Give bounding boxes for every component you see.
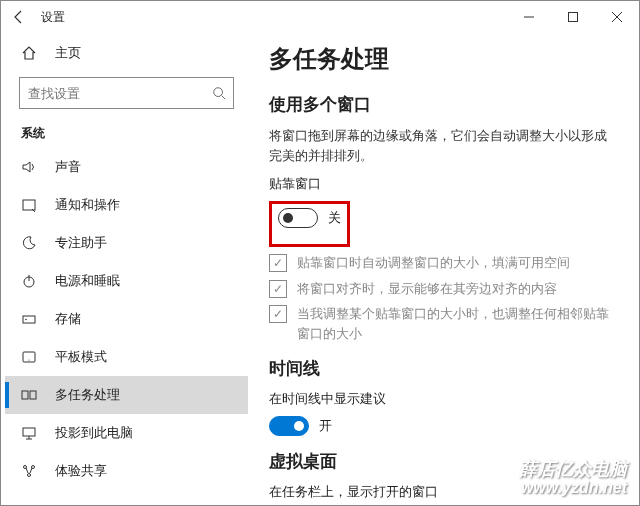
storage-icon <box>21 311 37 327</box>
checkbox-icon: ✓ <box>269 254 287 272</box>
snap-option-2[interactable]: ✓ 将窗口对齐时，显示能够在其旁边对齐的内容 <box>269 279 611 299</box>
svg-rect-1 <box>569 13 578 22</box>
search-box[interactable] <box>19 77 234 109</box>
home-link[interactable]: 主页 <box>5 33 248 73</box>
checkbox-icon: ✓ <box>269 305 287 323</box>
svg-point-18 <box>28 474 31 477</box>
highlight-box: 关 <box>269 201 350 247</box>
svg-point-10 <box>25 319 27 321</box>
svg-rect-15 <box>23 428 35 436</box>
snap-option-3-label: 当我调整某个贴靠窗口的大小时，也调整任何相邻贴靠窗口的大小 <box>297 304 611 343</box>
svg-line-5 <box>221 96 225 100</box>
page-title: 多任务处理 <box>269 43 611 75</box>
search-input[interactable] <box>20 86 204 101</box>
nav-notifications[interactable]: 通知和操作 <box>5 186 248 224</box>
snap-toggle[interactable] <box>278 208 318 228</box>
timeline-toggle[interactable] <box>269 416 309 436</box>
snap-option-1-label: 贴靠窗口时自动调整窗口的大小，填满可用空间 <box>297 253 570 273</box>
nav-label: 电源和睡眠 <box>55 272 120 290</box>
nav-tablet[interactable]: 平板模式 <box>5 338 248 376</box>
nav-label: 体验共享 <box>55 462 107 480</box>
notifications-icon <box>21 197 37 213</box>
nav-multitasking[interactable]: 多任务处理 <box>5 376 248 414</box>
category-label: 系统 <box>5 119 248 148</box>
nav-label: 存储 <box>55 310 81 328</box>
nav-storage[interactable]: 存储 <box>5 300 248 338</box>
moon-icon <box>21 235 37 251</box>
nav-label: 通知和操作 <box>55 196 120 214</box>
timeline-toggle-state: 开 <box>319 417 332 435</box>
snap-heading: 使用多个窗口 <box>269 93 611 116</box>
content-pane: 多任务处理 使用多个窗口 将窗口拖到屏幕的边缘或角落，它们会自动调整大小以形成完… <box>249 33 639 505</box>
shared-icon <box>21 463 37 479</box>
snap-option-1[interactable]: ✓ 贴靠窗口时自动调整窗口的大小，填满可用空间 <box>269 253 611 273</box>
watermark-line1: 薛店亿众电脑 <box>519 460 627 480</box>
tablet-icon <box>21 349 37 365</box>
snap-toggle-label: 贴靠窗口 <box>269 175 611 193</box>
power-icon <box>21 273 37 289</box>
home-icon <box>21 45 37 61</box>
snap-toggle-state: 关 <box>328 209 341 227</box>
nav-label: 投影到此电脑 <box>55 424 133 442</box>
svg-rect-13 <box>22 391 28 399</box>
svg-point-4 <box>213 88 222 97</box>
minimize-button[interactable] <box>507 1 551 33</box>
snap-option-3[interactable]: ✓ 当我调整某个贴靠窗口的大小时，也调整任何相邻贴靠窗口的大小 <box>269 304 611 343</box>
svg-rect-6 <box>23 200 35 210</box>
back-button[interactable] <box>1 9 37 25</box>
home-label: 主页 <box>55 44 81 62</box>
checkbox-icon: ✓ <box>269 280 287 298</box>
projecting-icon <box>21 425 37 441</box>
nav-projecting[interactable]: 投影到此电脑 <box>5 414 248 452</box>
snap-option-2-label: 将窗口对齐时，显示能够在其旁边对齐的内容 <box>297 279 557 299</box>
close-button[interactable] <box>595 1 639 33</box>
timeline-heading: 时间线 <box>269 357 611 380</box>
nav-sound[interactable]: 声音 <box>5 148 248 186</box>
snap-description: 将窗口拖到屏幕的边缘或角落，它们会自动调整大小以形成完美的并排排列。 <box>269 126 611 165</box>
nav-label: 平板模式 <box>55 348 107 366</box>
window-title: 设置 <box>37 9 507 26</box>
timeline-label: 在时间线中显示建议 <box>269 390 611 408</box>
nav-focus-assist[interactable]: 专注助手 <box>5 224 248 262</box>
multitasking-icon <box>21 387 37 403</box>
sound-icon <box>21 159 37 175</box>
maximize-button[interactable] <box>551 1 595 33</box>
svg-point-12 <box>28 359 29 360</box>
nav-power[interactable]: 电源和睡眠 <box>5 262 248 300</box>
watermark: 薛店亿众电脑 www.yzdn.net <box>519 460 627 497</box>
nav-label: 声音 <box>55 158 81 176</box>
svg-rect-9 <box>23 316 35 323</box>
search-icon <box>204 86 233 100</box>
nav-label: 专注助手 <box>55 234 107 252</box>
svg-rect-14 <box>30 391 36 399</box>
nav-shared[interactable]: 体验共享 <box>5 452 248 490</box>
nav-label: 多任务处理 <box>55 386 120 404</box>
watermark-line2: www.yzdn.net <box>519 479 627 497</box>
sidebar: 主页 系统 声音 通知和操作 专注助手 电源和睡眠 存储 <box>1 33 249 505</box>
